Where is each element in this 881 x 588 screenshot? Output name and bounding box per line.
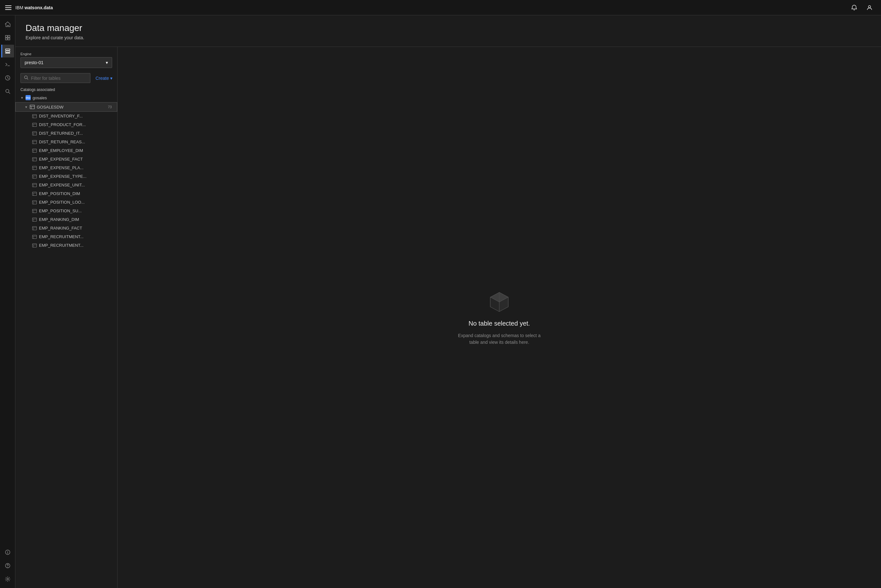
main-layout: Data manager Explore and curate your dat…	[0, 15, 881, 588]
table-icon	[32, 148, 37, 153]
table-row[interactable]: EMP_RANKING_FACT	[15, 224, 117, 232]
table-name: DIST_PRODUCT_FOR...	[39, 122, 86, 127]
table-row[interactable]: EMP_POSITION_DIM	[15, 189, 117, 198]
search-wrapper	[20, 73, 90, 83]
schema-icon	[30, 104, 35, 110]
table-row[interactable]: EMP_EXPENSE_UNIT...	[15, 181, 117, 189]
right-panel: No table selected yet. Expand catalogs a…	[117, 47, 881, 588]
table-row[interactable]: EMP_EMPLOYEE_DIM	[15, 146, 117, 155]
svg-rect-26	[33, 140, 37, 144]
table-name: EMP_RECRUITMENT...	[39, 243, 83, 248]
page-content: Data manager Explore and curate your dat…	[15, 15, 881, 588]
sidebar-item-info[interactable]	[1, 546, 14, 559]
empty-state-subtitle: Expand catalogs and schemas to select a …	[454, 332, 544, 346]
svg-rect-47	[33, 201, 37, 204]
empty-state: No table selected yet. Expand catalogs a…	[454, 289, 544, 346]
chevron-down-icon: ▾	[110, 76, 113, 81]
table-row[interactable]: DIST_PRODUCT_FOR...	[15, 120, 117, 129]
table-icon	[32, 209, 37, 213]
catalogs-label: Catalogs associated	[15, 86, 117, 93]
table-row[interactable]: EMP_RECRUITMENT...	[15, 241, 117, 250]
sidebar-item-sql[interactable]	[1, 58, 14, 71]
table-icon	[32, 114, 37, 118]
svg-rect-32	[33, 158, 37, 161]
table-name: EMP_EXPENSE_PLA...	[39, 165, 83, 170]
svg-rect-38	[33, 175, 37, 178]
top-navigation: IBM watsonx.data	[0, 0, 881, 15]
menu-hamburger-button[interactable]	[5, 4, 12, 11]
table-icon	[32, 183, 37, 188]
svg-rect-7	[5, 52, 10, 53]
chevron-icon: ▼	[20, 96, 24, 100]
search-section: Create ▾	[15, 70, 117, 86]
svg-rect-53	[33, 218, 37, 221]
table-icon	[32, 157, 37, 162]
table-row[interactable]: EMP_RANKING_DIM	[15, 215, 117, 224]
table-row[interactable]: DIST_RETURN_REAS...	[15, 138, 117, 146]
table-name: EMP_EXPENSE_TYPE...	[39, 174, 87, 179]
table-name: DIST_INVENTORY_F...	[39, 114, 83, 118]
svg-rect-14	[30, 105, 35, 109]
svg-rect-44	[33, 192, 37, 195]
table-icon	[32, 243, 37, 248]
table-row[interactable]: EMP_RECRUITMENT...	[15, 232, 117, 241]
search-icon	[24, 75, 29, 81]
table-row[interactable]: EMP_EXPENSE_FACT	[15, 155, 117, 164]
table-icon	[32, 218, 37, 222]
table-name: EMP_EXPENSE_UNIT...	[39, 183, 85, 188]
create-button[interactable]: Create ▾	[93, 74, 115, 82]
svg-rect-59	[33, 235, 37, 238]
table-icon	[32, 226, 37, 231]
svg-rect-23	[33, 132, 37, 135]
engine-label: Engine	[20, 52, 112, 56]
svg-rect-35	[33, 166, 37, 170]
table-icon	[32, 123, 37, 127]
sidebar-bottom	[1, 546, 14, 588]
user-profile-button[interactable]	[863, 1, 876, 14]
table-row[interactable]: DIST_RETURNED_IT...	[15, 129, 117, 138]
notifications-button[interactable]	[848, 1, 861, 14]
sidebar-item-history[interactable]	[1, 72, 14, 84]
schema-item-gosalesdw[interactable]: ▼ GOSALESDW 73	[15, 102, 117, 112]
table-icon	[32, 200, 37, 205]
chevron-icon: ▼	[25, 105, 28, 109]
svg-rect-4	[8, 38, 10, 40]
sidebar-item-data-manager[interactable]	[1, 45, 14, 57]
sidebar-item-home[interactable]	[1, 18, 14, 31]
table-name: DIST_RETURNED_IT...	[39, 131, 83, 136]
table-name: DIST_RETURN_REAS...	[39, 140, 85, 144]
top-nav-right	[848, 1, 876, 14]
svg-rect-17	[33, 114, 37, 118]
table-row[interactable]: EMP_POSITION_LOO...	[15, 198, 117, 207]
content-area: Engine presto-01 ▾	[15, 47, 881, 588]
svg-rect-29	[33, 149, 37, 152]
sidebar-item-grid[interactable]	[1, 31, 14, 44]
table-icon	[32, 140, 37, 144]
table-name: EMP_EXPENSE_FACT	[39, 157, 83, 162]
table-row[interactable]: EMP_POSITION_SU...	[15, 207, 117, 215]
table-row[interactable]: EMP_EXPENSE_TYPE...	[15, 172, 117, 181]
sidebar-item-settings[interactable]	[1, 573, 14, 585]
app-title: IBM watsonx.data	[15, 5, 53, 10]
table-name: EMP_RANKING_FACT	[39, 226, 82, 231]
catalog-item-gosales[interactable]: ▼ Db2 gosales	[15, 93, 117, 102]
table-icon	[32, 192, 37, 196]
table-name: EMP_POSITION_DIM	[39, 191, 80, 196]
table-row[interactable]: DIST_INVENTORY_F...	[15, 112, 117, 120]
svg-rect-6	[5, 51, 10, 52]
svg-rect-20	[33, 123, 37, 126]
table-row[interactable]: EMP_EXPENSE_PLA...	[15, 164, 117, 172]
svg-rect-1	[5, 35, 8, 38]
table-icon	[32, 174, 37, 179]
search-input[interactable]	[31, 76, 87, 81]
sidebar-item-query[interactable]	[1, 85, 14, 98]
schema-badge: 73	[108, 105, 112, 109]
empty-state-title: No table selected yet.	[469, 320, 530, 327]
svg-point-12	[7, 578, 8, 580]
table-icon	[32, 131, 37, 136]
sidebar-item-help[interactable]	[1, 559, 14, 572]
table-name: EMP_RECRUITMENT...	[39, 234, 83, 239]
sidebar	[0, 15, 15, 588]
table-name: EMP_RANKING_DIM	[39, 217, 79, 222]
engine-dropdown[interactable]: presto-01 ▾	[20, 57, 112, 68]
